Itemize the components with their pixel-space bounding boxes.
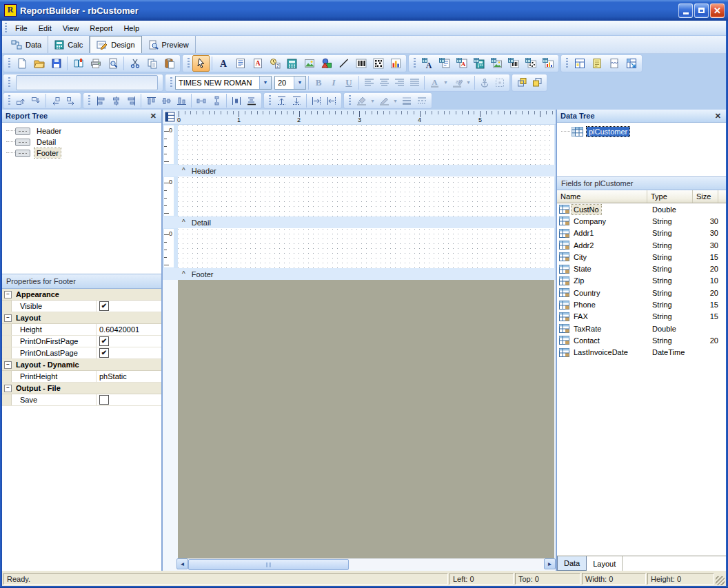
footer-band-separator[interactable]: ^ Footer bbox=[163, 268, 556, 280]
barcode-tool-button[interactable] bbox=[352, 55, 370, 72]
bring-to-front-button[interactable] bbox=[514, 75, 529, 90]
highlight-color-dropdown[interactable]: ▼ bbox=[465, 76, 472, 90]
visible-checkbox[interactable]: ✔ bbox=[99, 301, 109, 311]
close-icon[interactable]: ✕ bbox=[149, 112, 158, 121]
align-left-edges-button[interactable] bbox=[93, 94, 108, 108]
close-button[interactable]: ✕ bbox=[710, 3, 725, 18]
shape-tool-button[interactable] bbox=[318, 55, 335, 72]
collapse-minus-icon[interactable]: − bbox=[4, 291, 12, 298]
menu-edit[interactable]: Edit bbox=[33, 22, 57, 34]
chart-tool-button[interactable] bbox=[387, 55, 404, 72]
property-row-save[interactable]: Save bbox=[2, 394, 161, 406]
align-middles-button[interactable] bbox=[159, 94, 174, 108]
font-color-button[interactable]: A bbox=[427, 75, 442, 90]
field-name-cell[interactable]: CustNo bbox=[571, 205, 648, 214]
image-tool-button[interactable] bbox=[301, 55, 318, 72]
header-band-separator[interactable]: ^ Header bbox=[163, 165, 556, 176]
pagebreak-tool-button[interactable] bbox=[605, 55, 623, 72]
tab-data[interactable]: Data bbox=[5, 36, 48, 53]
crosstab-tool-button[interactable] bbox=[623, 55, 640, 72]
dbimage-tool-button[interactable] bbox=[487, 55, 505, 72]
property-value[interactable]: phStatic bbox=[97, 372, 161, 381]
box-select-button[interactable] bbox=[492, 75, 507, 90]
fill-color-dropdown[interactable]: ▼ bbox=[369, 94, 376, 108]
scrollbar-thumb[interactable] bbox=[188, 559, 349, 570]
field-row[interactable]: TaxRate Double bbox=[557, 323, 726, 334]
field-name-cell[interactable]: State bbox=[571, 265, 648, 273]
horizontal-scrollbar[interactable]: ◄ ► bbox=[176, 558, 556, 569]
font-size-combo[interactable]: 20 ▼ bbox=[274, 76, 306, 90]
property-row-printheight[interactable]: PrintHeight phStatic bbox=[2, 371, 161, 383]
anchor-button[interactable] bbox=[477, 75, 492, 90]
align-bottoms-button[interactable] bbox=[174, 94, 189, 108]
property-group-layout-dynamic[interactable]: − Layout - Dynamic bbox=[2, 359, 161, 371]
line-color-dropdown[interactable]: ▼ bbox=[392, 94, 399, 108]
toolbar-grip[interactable] bbox=[8, 95, 10, 106]
title-bar[interactable]: R ReportBuilder - rbCustomer ✕ bbox=[0, 0, 728, 21]
field-name-cell[interactable]: Zip bbox=[571, 276, 648, 285]
calc-tool-button[interactable] bbox=[283, 55, 301, 72]
field-row[interactable]: Addr2 String 30 bbox=[557, 239, 726, 251]
db2dbarcode-tool-button[interactable] bbox=[522, 55, 539, 72]
nudge-down-button[interactable] bbox=[28, 94, 43, 108]
toolbar-grip[interactable] bbox=[170, 77, 172, 88]
tab-design[interactable]: Design bbox=[90, 36, 141, 53]
save-button[interactable] bbox=[48, 55, 65, 72]
toolbar-grip[interactable] bbox=[349, 95, 351, 106]
tab-data-bottom[interactable]: Data bbox=[557, 556, 587, 571]
property-value[interactable]: 0.60420001 bbox=[97, 325, 161, 334]
field-row[interactable]: Zip String 10 bbox=[557, 275, 726, 287]
scroll-right-arrow-icon[interactable]: ► bbox=[544, 558, 556, 569]
header-band-workspace[interactable] bbox=[178, 125, 554, 165]
new-report-button[interactable] bbox=[13, 55, 30, 72]
column-header-name[interactable]: Name bbox=[557, 190, 647, 203]
footer-band-area[interactable]: 0 bbox=[163, 228, 556, 268]
column-header-type[interactable]: Type bbox=[647, 190, 693, 203]
line-thickness-button[interactable] bbox=[399, 94, 414, 108]
barcode-2d-tool-button[interactable] bbox=[370, 55, 387, 72]
field-name-cell[interactable]: City bbox=[571, 253, 648, 261]
field-name-cell[interactable]: Contact bbox=[571, 336, 648, 345]
property-row-printonlastpage[interactable]: PrintOnLastPage ✔ bbox=[2, 347, 161, 359]
paste-button[interactable] bbox=[161, 55, 178, 72]
scroll-left-arrow-icon[interactable]: ◄ bbox=[176, 558, 188, 569]
collapse-minus-icon[interactable]: − bbox=[4, 385, 12, 392]
ruler-corner-icon[interactable] bbox=[164, 111, 176, 123]
shrink-width-button[interactable] bbox=[324, 94, 339, 108]
dbbarcode-tool-button[interactable] bbox=[505, 55, 522, 72]
field-row[interactable]: LastInvoiceDate DateTime bbox=[557, 347, 726, 358]
justify-button[interactable] bbox=[407, 75, 422, 90]
field-row[interactable]: Country String 20 bbox=[557, 287, 726, 298]
field-row[interactable]: Addr1 String 30 bbox=[557, 227, 726, 239]
property-group-output-file[interactable]: − Output - File bbox=[2, 383, 161, 394]
printonfirstpage-checkbox[interactable]: ✔ bbox=[99, 336, 109, 346]
header-band-area[interactable]: 0 bbox=[163, 125, 556, 165]
tab-calc[interactable]: Calc bbox=[48, 36, 90, 53]
grow-width-button[interactable] bbox=[309, 94, 324, 108]
property-group-appearance[interactable]: − Appearance bbox=[2, 289, 161, 301]
font-color-dropdown[interactable]: ▼ bbox=[442, 76, 449, 90]
field-name-cell[interactable]: TaxRate bbox=[571, 325, 648, 333]
dbmemo-tool-button[interactable] bbox=[436, 55, 453, 72]
menu-help[interactable]: Help bbox=[118, 22, 145, 34]
report-tree-item-footer[interactable]: Footer bbox=[2, 148, 161, 159]
subreport-tool-button[interactable] bbox=[588, 55, 605, 72]
dbtext-tool-button[interactable]: A bbox=[418, 55, 436, 72]
memo-tool-button[interactable] bbox=[232, 55, 249, 72]
detail-band-workspace[interactable] bbox=[178, 176, 554, 216]
copy-button[interactable] bbox=[143, 55, 161, 72]
line-style-button[interactable] bbox=[414, 94, 429, 108]
align-center-button[interactable] bbox=[376, 75, 392, 90]
collapse-caret-icon[interactable]: ^ bbox=[182, 219, 185, 226]
center-horizontally-in-band-button[interactable] bbox=[229, 94, 244, 108]
select-tool-button[interactable] bbox=[192, 55, 210, 72]
underline-button[interactable]: U bbox=[341, 75, 356, 90]
report-tree-item-detail[interactable]: Detail bbox=[2, 136, 161, 148]
field-row[interactable]: FAX String 15 bbox=[557, 311, 726, 323]
dbrichtext-tool-button[interactable]: A bbox=[453, 55, 470, 72]
property-row-visible[interactable]: Visible ✔ bbox=[2, 301, 161, 312]
align-right-button[interactable] bbox=[392, 75, 407, 90]
maximize-button[interactable] bbox=[694, 3, 709, 18]
field-row[interactable]: Phone String 15 bbox=[557, 298, 726, 310]
print-preview-button[interactable] bbox=[104, 55, 121, 72]
